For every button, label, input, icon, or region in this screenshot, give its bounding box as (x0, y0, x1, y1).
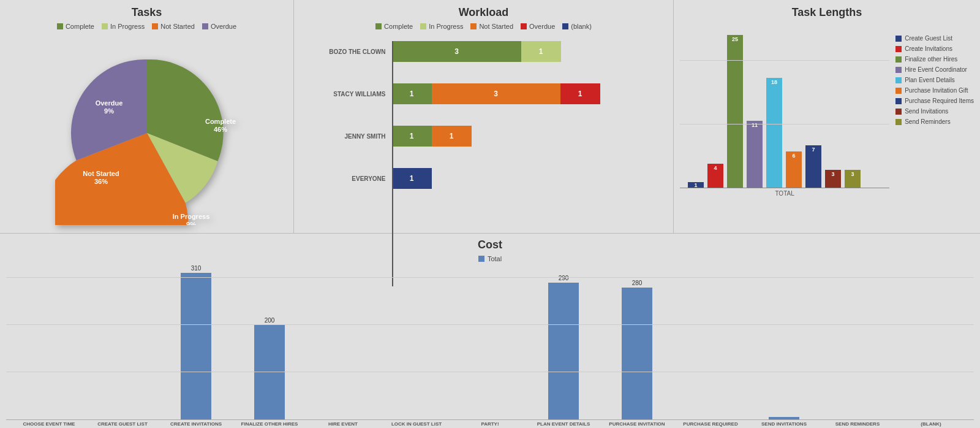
pie-label-overdue: Overdue (95, 99, 123, 107)
workload-chart: BOZO THE CLOWN 3 1 STACY WILLIAMS 1 3 (312, 41, 655, 189)
cost-grid-100 (6, 372, 974, 372)
legend-complete: Complete (57, 23, 94, 30)
wl-blank-icon (562, 23, 568, 29)
cost-bar-group-8: 290 (527, 275, 600, 419)
workload-row-jenny: JENNY SMITH 1 1 (312, 126, 655, 147)
tl-legend-9: Send Reminders (895, 118, 974, 125)
wl-legend-overdue-label: Overdue (529, 23, 555, 30)
tl-bars-container: 1 4 25 (680, 29, 889, 188)
cost-legend: Total (478, 255, 502, 262)
cost-xlabel-8: PLAN EVENT DETAILS (527, 421, 600, 427)
wl-overdue-icon (521, 23, 527, 29)
tl-legend-2: Create Invitations (895, 45, 974, 52)
legend-inprogress-label: In Progress (110, 23, 145, 30)
tl-baseline (680, 188, 889, 188)
cost-xlabel-1: CHOOSE EVENT TIME (12, 421, 86, 427)
wl-bar-jenny-notstarted: 1 (432, 126, 472, 147)
cost-xlabel-5: HIRE EVENT (306, 421, 380, 427)
tl-bar-group-4: 11 (747, 121, 763, 188)
wl-bars-jenny: 1 1 (392, 126, 472, 147)
tl-bar-value-4: 11 (747, 121, 763, 188)
overdue-color-icon (202, 23, 208, 29)
cost-x-labels: CHOOSE EVENT TIME CREATE GUEST LIST CREA… (6, 420, 974, 428)
tl-x-axis-label: TOTAL (680, 190, 889, 197)
workload-row-stacy: STACY WILLIAMS 1 3 1 (312, 83, 655, 104)
workload-title: Workload (459, 6, 509, 19)
cost-grid-300 (6, 277, 974, 278)
wl-legend-overdue: Overdue (521, 23, 555, 30)
cost-xlabel-11: SEND INVITATIONS (747, 421, 821, 427)
inprogress-color-icon (102, 23, 108, 29)
wl-bars-stacy: 1 3 1 (392, 83, 600, 104)
wl-legend-blank-label: (blank) (571, 23, 592, 30)
cost-bar-group-4: 200 (233, 317, 306, 419)
cost-bar-group-3: 310 (159, 265, 233, 419)
tl-bar-value-3: 25 (727, 35, 743, 188)
cost-xlabel-12: SEND REMINDERS (821, 421, 894, 427)
cost-bar-3 (181, 273, 211, 419)
cost-xlabel-7: PARTY! (453, 421, 527, 427)
wl-bar-everyone-blank: 1 (392, 168, 432, 189)
cost-bars-area: 310 200 (6, 265, 974, 420)
tl-legend-8: Send Invitations (895, 108, 974, 115)
pie-pct-notstarted: 36% (94, 178, 107, 185)
tl-legend-label-8: Send Invitations (905, 108, 948, 115)
tl-bar-group-7: 7 (805, 145, 821, 188)
pie-pct-complete: 46% (213, 126, 227, 133)
wl-label-jenny: JENNY SMITH (312, 133, 392, 140)
cost-panel: Cost Total 310 (0, 234, 980, 428)
wl-inprogress-icon (420, 23, 426, 29)
tl-legend: Create Guest List Create Invitations Fin… (895, 35, 974, 197)
tl-legend-5: Plan Event Details (895, 77, 974, 83)
tl-legend-label-1: Create Guest List (905, 35, 952, 42)
cost-xlabel-13: (BLANK) (894, 421, 968, 427)
dashboard: Tasks Complete In Progress Not Started O… (0, 0, 980, 428)
legend-complete-label: Complete (66, 23, 94, 30)
tl-legend-label-4: Hire Event Coordinator (905, 66, 967, 73)
tl-legend-color-8 (895, 109, 902, 115)
cost-xlabel-2: CREATE GUEST LIST (86, 421, 159, 427)
tl-chart-area: 1 4 25 (680, 29, 889, 197)
pie-pct-overdue: 9% (104, 107, 114, 115)
cost-bar-group-11 (747, 417, 821, 419)
tl-legend-color-2 (895, 46, 902, 52)
tl-bar-value-6: 6 (786, 151, 802, 188)
tl-legend-7: Purchase Required Items (895, 97, 974, 104)
cost-bar-9 (622, 288, 652, 419)
cost-title: Cost (478, 239, 502, 251)
wl-legend-notstarted-label: Not Started (479, 23, 513, 30)
tl-bar-value-8: 3 (825, 170, 841, 188)
tl-legend-label-7: Purchase Required Items (905, 97, 974, 104)
pie-pct-inprogress: 9% (186, 221, 196, 225)
wl-label-bozo: BOZO THE CLOWN (312, 48, 392, 55)
tl-legend-color-9 (895, 119, 902, 125)
cost-xlabel-6: LOCK IN GUEST LIST (380, 421, 453, 427)
cost-bar-4 (254, 325, 285, 419)
tl-bar-value-5: 18 (766, 78, 782, 188)
tl-gridline-20 (680, 60, 889, 61)
tl-legend-color-1 (895, 36, 902, 42)
tl-legend-color-6 (895, 88, 902, 94)
cost-xlabel-3: CREATE INVITATIONS (159, 421, 233, 427)
task-lengths-content: 1 4 25 (680, 29, 974, 197)
tasks-legend: Complete In Progress Not Started Overdue (57, 23, 236, 30)
tl-bar-group-8: 3 (825, 170, 841, 188)
tl-legend-4: Hire Event Coordinator (895, 66, 974, 73)
cost-bar-value-8: 290 (559, 275, 569, 281)
cost-bar-11 (769, 417, 799, 419)
tl-legend-color-4 (895, 67, 902, 73)
tl-legend-label-2: Create Invitations (905, 45, 952, 52)
task-lengths-title: Task Lengths (792, 6, 862, 19)
tl-legend-label-3: Finalize other Hires (905, 56, 957, 63)
tl-bar-group-5: 18 (766, 78, 782, 188)
legend-notstarted: Not Started (152, 23, 195, 30)
cost-bar-group-9: 280 (600, 280, 674, 419)
wl-legend-inprogress: In Progress (420, 23, 463, 30)
wl-label-stacy: STACY WILLIAMS (312, 91, 392, 97)
tl-legend-color-7 (895, 98, 902, 104)
wl-bar-stacy-overdue: 1 (560, 83, 600, 104)
tl-bar-group-6: 6 (786, 151, 802, 188)
legend-overdue: Overdue (202, 23, 236, 30)
cost-xlabel-9: PURCHASE INVITATION (600, 421, 674, 427)
tl-legend-color-5 (895, 77, 902, 83)
